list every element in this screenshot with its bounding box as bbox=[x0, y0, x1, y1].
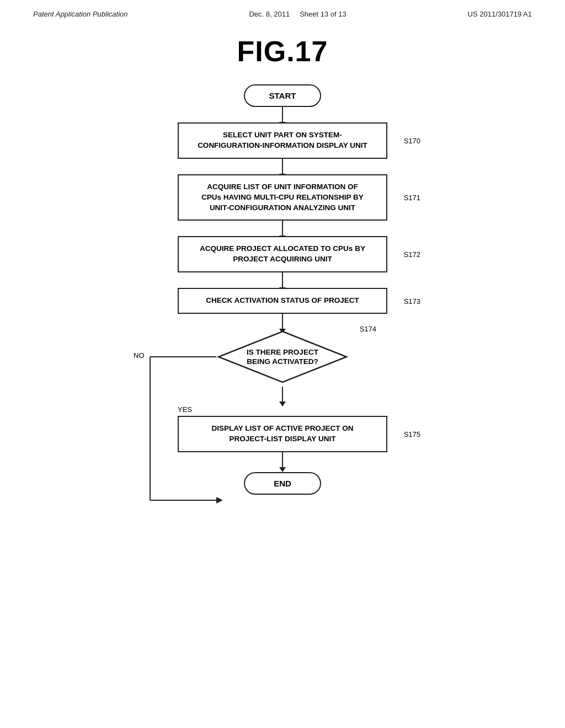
header-date: Dec. 8, 2011 bbox=[249, 10, 290, 18]
flowchart: START SELECT UNIT PART ON SYSTEM-CONFIGU… bbox=[89, 84, 476, 495]
start-node-row: START bbox=[244, 84, 321, 107]
s171-text: ACQUIRE LIST OF UNIT INFORMATION OFCPUs … bbox=[201, 183, 364, 212]
end-node: END bbox=[244, 472, 321, 495]
s173-label: S173 bbox=[404, 297, 420, 305]
s170-box: SELECT UNIT PART ON SYSTEM-CONFIGURATION… bbox=[178, 122, 387, 159]
s175-label: S175 bbox=[404, 430, 420, 438]
header-center: Dec. 8, 2011 Sheet 13 of 13 bbox=[249, 10, 346, 18]
arrow-s172-s173 bbox=[282, 272, 283, 288]
decision-area: IS THERE PROJECTBEING ACTIVATED? NO bbox=[89, 329, 476, 495]
fig-title: FIG.17 bbox=[237, 35, 328, 68]
start-node: START bbox=[244, 84, 321, 107]
s173-row: CHECK ACTIVATION STATUS OF PROJECT S173 bbox=[178, 288, 387, 314]
svg-marker-4 bbox=[216, 497, 223, 504]
yes-label: YES bbox=[178, 405, 192, 414]
s171-box: ACQUIRE LIST OF UNIT INFORMATION OFCPUs … bbox=[178, 174, 387, 221]
s173-text: CHECK ACTIVATION STATUS OF PROJECT bbox=[206, 296, 359, 304]
s172-row: ACQUIRE PROJECT ALLOCATED TO CPUs BYPROJ… bbox=[178, 236, 387, 272]
s171-label: S171 bbox=[404, 194, 420, 202]
arrow-s171-s172 bbox=[282, 221, 283, 236]
header-publication: Patent Application Publication bbox=[33, 10, 128, 18]
header-patent-number: US 2011/301719 A1 bbox=[468, 10, 532, 18]
s170-row: SELECT UNIT PART ON SYSTEM-CONFIGURATION… bbox=[178, 122, 387, 159]
header: Patent Application Publication Dec. 8, 2… bbox=[0, 0, 565, 18]
s172-box: ACQUIRE PROJECT ALLOCATED TO CPUs BYPROJ… bbox=[178, 236, 387, 272]
diagram-area: FIG.17 START SELECT UNIT PART ON SYSTEM-… bbox=[0, 35, 565, 495]
s171-row: ACQUIRE LIST OF UNIT INFORMATION OFCPUs … bbox=[178, 174, 387, 221]
s173-box: CHECK ACTIVATION STATUS OF PROJECT bbox=[178, 288, 387, 314]
s170-text: SELECT UNIT PART ON SYSTEM-CONFIGURATION… bbox=[198, 131, 367, 149]
decision-text: IS THERE PROJECTBEING ACTIVATED? bbox=[216, 329, 349, 384]
s175-text: DISPLAY LIST OF ACTIVE PROJECT ONPROJECT… bbox=[212, 424, 354, 443]
page: Patent Application Publication Dec. 8, 2… bbox=[0, 0, 565, 728]
s175-box: DISPLAY LIST OF ACTIVE PROJECT ONPROJECT… bbox=[178, 416, 387, 452]
s172-label: S172 bbox=[404, 250, 420, 259]
s172-text: ACQUIRE PROJECT ALLOCATED TO CPUs BYPROJ… bbox=[200, 244, 365, 263]
s175-row: DISPLAY LIST OF ACTIVE PROJECT ONPROJECT… bbox=[178, 416, 387, 452]
yes-branch: YES DISPLAY LIST OF ACTIVE PROJECT ONPRO… bbox=[178, 387, 387, 495]
diamond-container: IS THERE PROJECTBEING ACTIVATED? bbox=[216, 329, 349, 387]
s170-label: S170 bbox=[404, 136, 420, 144]
arrow-s173-decision: S174 bbox=[89, 314, 476, 329]
arrow-s170-s171 bbox=[282, 159, 283, 174]
no-label: NO bbox=[134, 351, 145, 360]
header-sheet: Sheet 13 of 13 bbox=[300, 10, 347, 18]
arrow-start-s170 bbox=[282, 107, 283, 122]
